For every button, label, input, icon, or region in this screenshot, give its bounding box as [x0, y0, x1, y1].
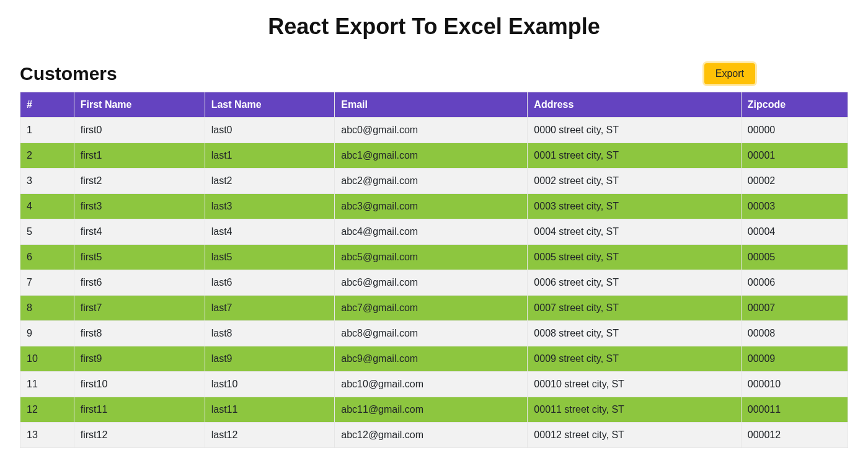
cell-email: abc0@gmail.com: [335, 118, 528, 143]
col-header-email: Email: [335, 92, 528, 118]
cell-zip: 00000: [741, 118, 848, 143]
cell-address: 00012 street city, ST: [528, 423, 741, 448]
col-header-address: Address: [528, 92, 741, 118]
cell-idx: 7: [20, 270, 74, 296]
cell-zip: 00001: [741, 143, 848, 169]
cell-zip: 00002: [741, 169, 848, 194]
cell-last: last1: [205, 143, 335, 169]
cell-zip: 00006: [741, 270, 848, 296]
cell-email: abc5@gmail.com: [335, 245, 528, 270]
cell-email: abc2@gmail.com: [335, 169, 528, 194]
cell-last: last11: [205, 397, 335, 423]
cell-email: abc6@gmail.com: [335, 270, 528, 296]
cell-first: first6: [74, 270, 205, 296]
cell-first: first9: [74, 346, 205, 372]
table-row: 2first1last1abc1@gmail.com0001 street ci…: [20, 143, 848, 169]
cell-idx: 12: [20, 397, 74, 423]
cell-last: last8: [205, 321, 335, 346]
cell-email: abc8@gmail.com: [335, 321, 528, 346]
cell-email: abc11@gmail.com: [335, 397, 528, 423]
cell-address: 00011 street city, ST: [528, 397, 741, 423]
cell-last: last3: [205, 194, 335, 219]
table-row: 7first6last6abc6@gmail.com0006 street ci…: [20, 270, 848, 296]
table-row: 3first2last2abc2@gmail.com0002 street ci…: [20, 169, 848, 194]
cell-zip: 00007: [741, 296, 848, 321]
cell-idx: 8: [20, 296, 74, 321]
customers-table: # First Name Last Name Email Address Zip…: [20, 92, 848, 448]
col-header-last: Last Name: [205, 92, 335, 118]
col-header-idx: #: [20, 92, 74, 118]
cell-first: first0: [74, 118, 205, 143]
cell-idx: 1: [20, 118, 74, 143]
cell-zip: 000011: [741, 397, 848, 423]
table-row: 1first0last0abc0@gmail.com0000 street ci…: [20, 118, 848, 143]
cell-address: 0008 street city, ST: [528, 321, 741, 346]
cell-idx: 11: [20, 372, 74, 397]
cell-email: abc12@gmail.com: [335, 423, 528, 448]
cell-idx: 10: [20, 346, 74, 372]
table-row: 13first12last12abc12@gmail.com00012 stre…: [20, 423, 848, 448]
cell-address: 0007 street city, ST: [528, 296, 741, 321]
page-title: React Export To Excel Example: [0, 14, 868, 40]
cell-last: last0: [205, 118, 335, 143]
cell-first: first11: [74, 397, 205, 423]
export-button[interactable]: Export: [704, 63, 755, 84]
table-row: 5first4last4abc4@gmail.com0004 street ci…: [20, 219, 848, 245]
table-row: 8first7last7abc7@gmail.com0007 street ci…: [20, 296, 848, 321]
cell-last: last4: [205, 219, 335, 245]
cell-email: abc3@gmail.com: [335, 194, 528, 219]
cell-idx: 13: [20, 423, 74, 448]
col-header-zip: Zipcode: [741, 92, 848, 118]
table-row: 10first9last9abc9@gmail.com0009 street c…: [20, 346, 848, 372]
cell-first: first2: [74, 169, 205, 194]
cell-email: abc10@gmail.com: [335, 372, 528, 397]
cell-last: last2: [205, 169, 335, 194]
cell-address: 0000 street city, ST: [528, 118, 741, 143]
cell-idx: 6: [20, 245, 74, 270]
cell-zip: 00004: [741, 219, 848, 245]
cell-last: last12: [205, 423, 335, 448]
table-row: 4first3last3abc3@gmail.com0003 street ci…: [20, 194, 848, 219]
cell-zip: 00008: [741, 321, 848, 346]
table-row: 9first8last8abc8@gmail.com0008 street ci…: [20, 321, 848, 346]
cell-first: first8: [74, 321, 205, 346]
cell-idx: 4: [20, 194, 74, 219]
cell-address: 0001 street city, ST: [528, 143, 741, 169]
cell-zip: 00009: [741, 346, 848, 372]
col-header-first: First Name: [74, 92, 205, 118]
table-header-row: # First Name Last Name Email Address Zip…: [20, 92, 848, 118]
cell-last: last7: [205, 296, 335, 321]
cell-address: 0005 street city, ST: [528, 245, 741, 270]
cell-address: 00010 street city, ST: [528, 372, 741, 397]
table-row: 12first11last11abc11@gmail.com00011 stre…: [20, 397, 848, 423]
cell-first: first1: [74, 143, 205, 169]
cell-email: abc7@gmail.com: [335, 296, 528, 321]
cell-idx: 5: [20, 219, 74, 245]
cell-email: abc4@gmail.com: [335, 219, 528, 245]
cell-last: last10: [205, 372, 335, 397]
cell-first: first5: [74, 245, 205, 270]
cell-first: first3: [74, 194, 205, 219]
table-row: 11first10last10abc10@gmail.com00010 stre…: [20, 372, 848, 397]
cell-address: 0003 street city, ST: [528, 194, 741, 219]
cell-idx: 2: [20, 143, 74, 169]
cell-address: 0004 street city, ST: [528, 219, 741, 245]
cell-email: abc1@gmail.com: [335, 143, 528, 169]
cell-zip: 00005: [741, 245, 848, 270]
cell-last: last9: [205, 346, 335, 372]
section-title: Customers: [20, 63, 117, 84]
cell-first: first7: [74, 296, 205, 321]
cell-email: abc9@gmail.com: [335, 346, 528, 372]
table-row: 6first5last5abc5@gmail.com0005 street ci…: [20, 245, 848, 270]
cell-idx: 3: [20, 169, 74, 194]
cell-first: first12: [74, 423, 205, 448]
cell-zip: 000010: [741, 372, 848, 397]
cell-address: 0009 street city, ST: [528, 346, 741, 372]
cell-idx: 9: [20, 321, 74, 346]
cell-address: 0006 street city, ST: [528, 270, 741, 296]
cell-zip: 00003: [741, 194, 848, 219]
cell-first: first10: [74, 372, 205, 397]
cell-address: 0002 street city, ST: [528, 169, 741, 194]
cell-zip: 000012: [741, 423, 848, 448]
cell-last: last5: [205, 245, 335, 270]
